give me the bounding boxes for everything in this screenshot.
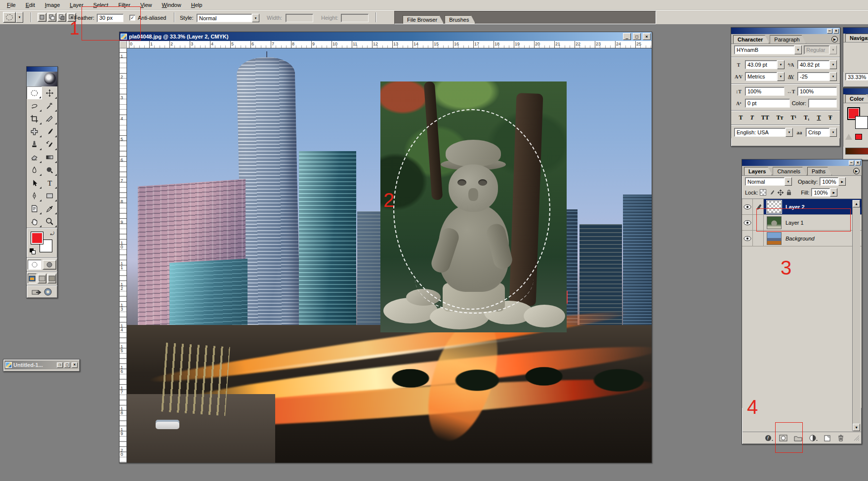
menu-image[interactable]: Image: [41, 1, 64, 9]
tool-history-brush[interactable]: [42, 138, 57, 151]
menu-window[interactable]: Window: [158, 1, 185, 9]
text-color-swatch[interactable]: [808, 99, 837, 108]
tab-file-browser[interactable]: File Browser: [403, 15, 444, 24]
minimize-button[interactable]: _: [623, 33, 631, 40]
maximize-button[interactable]: □: [64, 362, 70, 368]
tool-slice[interactable]: [42, 112, 57, 125]
style-button-strikethrough[interactable]: Ŧ: [827, 114, 833, 121]
tool-lasso[interactable]: [27, 99, 42, 112]
link-column[interactable]: [753, 231, 764, 246]
leading-arrow[interactable]: ▼: [829, 60, 837, 69]
tool-zoom[interactable]: [42, 215, 57, 228]
palette-titlebar[interactable]: − ×: [731, 28, 840, 34]
anti-alias-arrow[interactable]: ▼: [829, 128, 837, 137]
delete-layer-button[interactable]: [837, 434, 844, 442]
font-family-arrow[interactable]: ▼: [794, 45, 802, 54]
tab-paragraph[interactable]: Paragraph: [770, 35, 806, 43]
opacity-arrow[interactable]: ▶: [838, 177, 846, 186]
tool-gradient[interactable]: [42, 151, 57, 163]
color-ramp[interactable]: [845, 148, 868, 155]
blend-mode-select[interactable]: Normal: [745, 177, 785, 186]
gamut-swatch[interactable]: [855, 134, 862, 140]
visibility-eye-icon[interactable]: [742, 231, 753, 246]
tracking-arrow[interactable]: ▼: [829, 72, 837, 81]
layer-thumbnail[interactable]: [767, 232, 782, 245]
tool-type[interactable]: T: [42, 176, 57, 189]
close-button[interactable]: ×: [72, 362, 78, 368]
maximize-button[interactable]: □: [633, 33, 641, 40]
resize-grip[interactable]: [853, 435, 860, 441]
menu-help[interactable]: Help: [187, 1, 207, 9]
layer-style-button[interactable]: f: [764, 434, 773, 442]
subtract-selection-button[interactable]: [57, 13, 66, 22]
visibility-eye-icon[interactable]: [742, 215, 753, 230]
jump-to-imageready[interactable]: [27, 286, 57, 298]
layer1-statue-image[interactable]: [380, 81, 567, 332]
tool-healing-brush[interactable]: [27, 125, 42, 138]
palette-titlebar[interactable]: [843, 88, 868, 94]
scroll-up-arrow[interactable]: ▲: [853, 200, 860, 207]
tool-crop[interactable]: [27, 112, 42, 125]
layer-row-background[interactable]: Background: [742, 231, 862, 246]
standard-screen-button[interactable]: [28, 274, 37, 283]
fullscreen-button[interactable]: [47, 274, 56, 283]
document-titlebar[interactable]: pla04048.jpg @ 33.3% (Layer 2, CMYK) _ □…: [120, 32, 652, 41]
scroll-down-arrow[interactable]: ▼: [853, 424, 860, 431]
lock-paint-icon[interactable]: [768, 189, 775, 196]
tool-notes[interactable]: [27, 202, 42, 215]
menu-file[interactable]: File: [3, 1, 20, 9]
language-arrow[interactable]: ▼: [785, 128, 793, 137]
language-select[interactable]: English: USA: [734, 128, 785, 137]
opacity-input[interactable]: 100%: [820, 177, 838, 186]
lock-position-icon[interactable]: [777, 189, 784, 196]
vertical-scale-input[interactable]: 100%: [745, 87, 785, 96]
tool-marquee-ellipse[interactable]: [27, 86, 42, 99]
kerning-input[interactable]: Metrics: [745, 72, 777, 81]
font-size-arrow[interactable]: ▼: [777, 60, 785, 69]
lock-all-icon[interactable]: [786, 189, 792, 196]
palette-menu-arrow[interactable]: ▶: [831, 36, 838, 42]
style-button-subscript[interactable]: T₁: [803, 114, 811, 121]
tool-move[interactable]: [42, 86, 57, 99]
adjustment-layer-button[interactable]: [809, 434, 818, 442]
palette-titlebar[interactable]: − ×: [742, 160, 862, 166]
default-colors-icon[interactable]: [30, 248, 36, 254]
quick-mask-mode-button[interactable]: [42, 260, 56, 270]
close-button[interactable]: ×: [855, 160, 861, 165]
tool-shape[interactable]: [42, 189, 57, 202]
navigator-zoom-field[interactable]: 33.33%: [845, 73, 868, 80]
gamut-warning-icon[interactable]: [845, 134, 852, 140]
style-button-bold[interactable]: T: [738, 114, 744, 121]
baseline-shift-input[interactable]: 0 pt: [745, 99, 790, 108]
foreground-color-swatch[interactable]: [31, 232, 43, 244]
menu-edit[interactable]: Edit: [22, 1, 39, 9]
tool-path-select[interactable]: [27, 176, 42, 189]
tool-eyedropper[interactable]: [42, 202, 57, 215]
tracking-input[interactable]: -25: [797, 72, 829, 81]
leading-input[interactable]: 40.82 pt: [797, 60, 829, 69]
tool-clone-stamp[interactable]: [27, 138, 42, 151]
layers-scrollbar[interactable]: ▲ ▼: [852, 200, 860, 431]
standard-mode-button[interactable]: [28, 260, 41, 270]
minimize-button[interactable]: −: [849, 160, 854, 165]
tab-brushes[interactable]: Brushes: [445, 15, 475, 24]
tool-pen[interactable]: [27, 189, 42, 202]
style-button-underline[interactable]: T: [816, 114, 822, 121]
font-family-select[interactable]: HYnamB: [734, 45, 794, 54]
visibility-eye-icon[interactable]: [742, 199, 753, 214]
tool-preset-button[interactable]: ▼: [3, 12, 23, 23]
style-button-small-caps[interactable]: Tᴛ: [776, 114, 785, 121]
tab-paths[interactable]: Paths: [807, 167, 832, 175]
style-button-italic[interactable]: T: [749, 114, 754, 121]
tab-layers[interactable]: Layers: [744, 167, 772, 175]
canvas[interactable]: 제일화재: [127, 48, 652, 463]
lock-transparency-icon[interactable]: [760, 189, 766, 196]
tool-preset-dropdown-arrow[interactable]: ▼: [16, 12, 23, 23]
add-selection-button[interactable]: [47, 13, 56, 22]
palette-menu-arrow[interactable]: ▶: [853, 168, 860, 174]
layer-name[interactable]: Background: [785, 236, 853, 241]
minimize-button[interactable]: −: [827, 29, 832, 34]
restore-button[interactable]: ❐: [57, 362, 63, 368]
blend-mode-arrow[interactable]: ▼: [785, 177, 792, 186]
tool-eraser[interactable]: [27, 151, 42, 163]
